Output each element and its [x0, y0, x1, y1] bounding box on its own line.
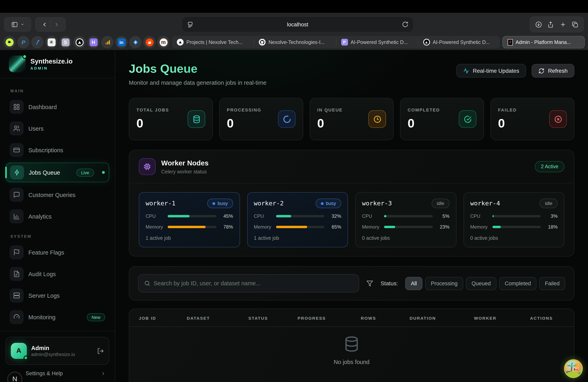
- reload-icon[interactable]: [402, 21, 408, 28]
- status-badge: busy: [315, 199, 341, 208]
- nav-section-system: SYSTEM: [10, 234, 105, 239]
- pinned-tab-hostinger[interactable]: H: [87, 36, 100, 48]
- downloads-icon[interactable]: [535, 21, 542, 28]
- bolt-icon: [10, 165, 24, 179]
- tab-admin-active[interactable]: Admin - Platform Mana...: [503, 36, 585, 48]
- page-header: Jobs Queue Monitor and manage data gener…: [129, 62, 574, 86]
- sidebar-item-jobs-queue[interactable]: Jobs Queue Live: [6, 163, 109, 182]
- tab-synthetic-2[interactable]: AI-Powered Synthetic D...: [419, 36, 500, 48]
- pinned-tabs: P ✳ S H in m: [3, 36, 169, 48]
- active-jobs-label: 1 active job: [254, 235, 341, 241]
- cpu-bar: [492, 215, 541, 217]
- user-name: Admin: [31, 345, 75, 351]
- sidebar-item-customer-queries[interactable]: Customer Queries: [6, 186, 109, 204]
- island-widget-button[interactable]: [564, 359, 583, 378]
- pinned-tab-loop[interactable]: [129, 36, 142, 48]
- file-text-icon: [10, 267, 24, 281]
- status-badge: idle: [432, 199, 449, 208]
- divider: [0, 331, 115, 331]
- status-chip-completed[interactable]: Completed: [499, 277, 537, 290]
- sidebar-item-audit-logs[interactable]: Audit Logs: [6, 265, 109, 283]
- new-badge: New: [87, 313, 105, 321]
- pinned-tab-reddit[interactable]: [143, 36, 156, 48]
- live-dot: [102, 171, 105, 174]
- app-window: Synthesize.io ADMIN MAIN Dashboard Users…: [0, 50, 588, 382]
- database-icon: [188, 110, 205, 128]
- sidebar-item-monitoring[interactable]: Monitoring New: [6, 308, 109, 326]
- search-box[interactable]: [138, 274, 359, 292]
- active-workers-badge: 2 Active: [535, 161, 564, 172]
- sidebar-item-analytics[interactable]: Analytics: [6, 207, 109, 225]
- refresh-icon: [538, 68, 545, 74]
- logout-icon[interactable]: [97, 347, 104, 354]
- sidebar-item-users[interactable]: Users: [6, 119, 109, 137]
- status-chip-failed[interactable]: Failed: [539, 277, 565, 290]
- live-badge: Live: [76, 169, 94, 176]
- tab-group: Projects | Nexolve Tech... Nexolve-Techn…: [172, 36, 500, 48]
- sidebar-toggle-icon: [11, 21, 18, 28]
- sidebar-item-dashboard[interactable]: Dashboard: [6, 98, 109, 116]
- tab-projects[interactable]: Projects | Nexolve Tech...: [172, 36, 254, 48]
- avatar: A: [11, 343, 27, 359]
- page-subtitle: Monitor and manage data generation jobs …: [129, 79, 266, 86]
- active-jobs-label: 0 active jobs: [470, 235, 558, 241]
- pinned-tab-vercel[interactable]: [73, 36, 85, 48]
- brand-badge: ADMIN: [30, 66, 73, 70]
- refresh-button[interactable]: Refresh: [532, 64, 574, 77]
- screen: localhost P ✳ S H in m: [0, 0, 588, 382]
- pinned-tab-kagi[interactable]: [3, 36, 16, 48]
- browser-toolbar: localhost: [0, 13, 588, 36]
- chat-bubble-icon: [10, 188, 24, 202]
- address-bar[interactable]: localhost: [182, 16, 414, 32]
- status-chip-queued[interactable]: Queued: [466, 277, 496, 290]
- admin-tab-icon: [508, 39, 513, 45]
- letter-p-icon: P: [341, 39, 348, 46]
- empty-state: No jobs found: [129, 327, 574, 365]
- pinned-tab-paypal[interactable]: P: [17, 36, 30, 48]
- worker-card-2: worker-2 busy CPU 32% Memory 65% 1 activ…: [247, 192, 348, 247]
- sidebar-item-feature-flags[interactable]: Feature Flags: [6, 243, 109, 261]
- new-tab-icon[interactable]: [559, 21, 566, 28]
- linkedin-icon: in: [117, 38, 126, 46]
- search-filter-panel: Status: All Processing Queued Completed …: [129, 266, 574, 301]
- user-card[interactable]: A Admin admin@synthesize.io: [6, 337, 109, 365]
- status-chip-all[interactable]: All: [405, 277, 422, 290]
- tab-github[interactable]: Nexolve-Technologies-I...: [254, 36, 336, 48]
- server-icon: [10, 288, 24, 303]
- pinned-tab-medium[interactable]: m: [157, 36, 169, 48]
- tab-synthetic-1[interactable]: P AI-Powered Synthetic D...: [336, 36, 418, 48]
- github-icon: [259, 39, 266, 46]
- url-text[interactable]: localhost: [182, 21, 413, 27]
- stat-card-in-queue: IN QUEUE0: [310, 98, 394, 140]
- sidebar-toggle-button[interactable]: [4, 17, 31, 32]
- tab-overview-icon[interactable]: [572, 21, 578, 28]
- brand: Synthesize.io ADMIN: [0, 50, 115, 78]
- pinned-tab-analytics[interactable]: [101, 36, 114, 48]
- realtime-updates-button[interactable]: Real-time Updates: [456, 64, 526, 77]
- cpu-bar: [384, 215, 433, 217]
- back-button[interactable]: [41, 21, 48, 28]
- chevron-right-icon: [100, 371, 106, 376]
- active-jobs-label: 1 active job: [146, 235, 233, 241]
- pinned-tab-openai[interactable]: ✳: [45, 36, 58, 48]
- forward-button[interactable]: [53, 21, 60, 28]
- paypal-icon: P: [20, 38, 27, 46]
- sidebar-nav: MAIN Dashboard Users Subscriptions Jobs …: [0, 78, 115, 330]
- pinned-tab-linkedin[interactable]: in: [115, 36, 127, 48]
- loader-icon: [278, 110, 295, 128]
- pinned-tab-bolt[interactable]: [31, 36, 43, 48]
- active-jobs-label: 0 active jobs: [362, 235, 449, 241]
- nav-buttons: [35, 17, 66, 32]
- memory-bar: [492, 226, 541, 228]
- pinned-tab-stripe[interactable]: S: [59, 36, 72, 48]
- nav-section-main: MAIN: [10, 89, 105, 93]
- worker-nodes-title: Worker Nodes: [161, 159, 209, 167]
- search-input[interactable]: [154, 280, 353, 286]
- chevron-down-icon: [20, 22, 24, 26]
- activity-pulse-icon: [463, 68, 469, 74]
- share-icon[interactable]: [547, 21, 554, 28]
- sidebar-item-server-logs[interactable]: Server Logs: [6, 286, 109, 305]
- sidebar-item-subscriptions[interactable]: Subscriptions: [6, 141, 109, 159]
- cpu-bar: [276, 215, 324, 217]
- status-chip-processing[interactable]: Processing: [425, 277, 463, 290]
